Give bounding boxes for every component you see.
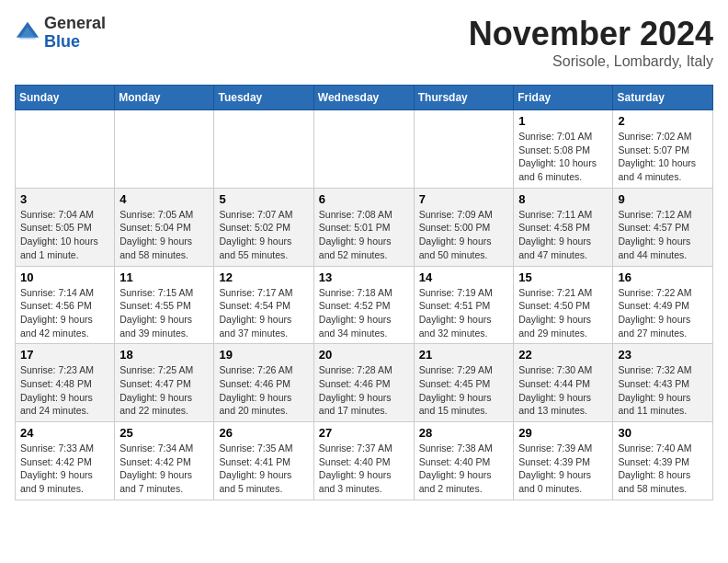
title-block: November 2024 Sorisole, Lombardy, Italy: [469, 15, 713, 70]
weekday-header-saturday: Saturday: [613, 86, 713, 110]
day-info: Sunrise: 7:25 AM Sunset: 4:47 PM Dayligh…: [119, 363, 209, 418]
calendar-cell: 21Sunrise: 7:29 AM Sunset: 4:45 PM Dayli…: [414, 344, 514, 422]
day-info: Sunrise: 7:38 AM Sunset: 4:40 PM Dayligh…: [419, 442, 509, 496]
day-number: 25: [119, 426, 209, 440]
day-info: Sunrise: 7:17 AM Sunset: 4:54 PM Dayligh…: [219, 286, 308, 340]
day-info: Sunrise: 7:29 AM Sunset: 4:45 PM Dayligh…: [419, 363, 509, 418]
calendar-cell: 13Sunrise: 7:18 AM Sunset: 4:52 PM Dayli…: [313, 266, 414, 344]
calendar-cell: 11Sunrise: 7:15 AM Sunset: 4:55 PM Dayli…: [115, 266, 214, 344]
week-row-1: 3Sunrise: 7:04 AM Sunset: 5:05 PM Daylig…: [16, 188, 713, 266]
day-number: 10: [20, 270, 109, 284]
day-info: Sunrise: 7:32 AM Sunset: 4:43 PM Dayligh…: [618, 363, 708, 418]
calendar-cell: 9Sunrise: 7:12 AM Sunset: 4:57 PM Daylig…: [613, 188, 713, 266]
calendar-cell: 5Sunrise: 7:07 AM Sunset: 5:02 PM Daylig…: [214, 188, 313, 266]
day-info: Sunrise: 7:40 AM Sunset: 4:39 PM Dayligh…: [618, 442, 708, 496]
day-info: Sunrise: 7:33 AM Sunset: 4:42 PM Dayligh…: [20, 442, 109, 496]
week-row-0: 1Sunrise: 7:01 AM Sunset: 5:08 PM Daylig…: [16, 110, 713, 189]
calendar-cell: 12Sunrise: 7:17 AM Sunset: 4:54 PM Dayli…: [214, 266, 313, 344]
location-subtitle: Sorisole, Lombardy, Italy: [469, 53, 713, 70]
day-number: 3: [20, 192, 109, 206]
day-number: 28: [419, 426, 509, 440]
calendar-cell: [313, 110, 414, 189]
calendar-cell: [214, 110, 313, 189]
day-info: Sunrise: 7:35 AM Sunset: 4:41 PM Dayligh…: [219, 442, 308, 496]
day-info: Sunrise: 7:01 AM Sunset: 5:08 PM Dayligh…: [518, 130, 608, 184]
calendar-cell: 1Sunrise: 7:01 AM Sunset: 5:08 PM Daylig…: [514, 110, 613, 189]
day-number: 13: [319, 270, 409, 284]
calendar-cell: 3Sunrise: 7:04 AM Sunset: 5:05 PM Daylig…: [16, 188, 115, 266]
calendar-cell: 18Sunrise: 7:25 AM Sunset: 4:47 PM Dayli…: [115, 344, 214, 422]
day-info: Sunrise: 7:18 AM Sunset: 4:52 PM Dayligh…: [319, 286, 409, 340]
calendar-cell: 20Sunrise: 7:28 AM Sunset: 4:46 PM Dayli…: [313, 344, 414, 422]
day-info: Sunrise: 7:04 AM Sunset: 5:05 PM Dayligh…: [20, 208, 109, 262]
weekday-header-wednesday: Wednesday: [313, 86, 414, 110]
day-info: Sunrise: 7:07 AM Sunset: 5:02 PM Dayligh…: [219, 208, 308, 262]
weekday-header-tuesday: Tuesday: [214, 86, 313, 110]
day-number: 7: [419, 192, 509, 206]
day-info: Sunrise: 7:08 AM Sunset: 5:01 PM Dayligh…: [319, 208, 409, 262]
weekday-header-friday: Friday: [514, 86, 613, 110]
calendar-cell: 14Sunrise: 7:19 AM Sunset: 4:51 PM Dayli…: [414, 266, 514, 344]
day-number: 15: [518, 270, 608, 284]
day-number: 19: [219, 348, 308, 362]
day-number: 8: [518, 192, 608, 206]
day-info: Sunrise: 7:12 AM Sunset: 4:57 PM Dayligh…: [618, 208, 708, 262]
month-title: November 2024: [469, 15, 713, 53]
day-number: 24: [20, 426, 109, 440]
day-number: 26: [219, 426, 308, 440]
calendar-cell: 27Sunrise: 7:37 AM Sunset: 4:40 PM Dayli…: [313, 422, 414, 500]
calendar-cell: 26Sunrise: 7:35 AM Sunset: 4:41 PM Dayli…: [214, 422, 313, 500]
page-header: General Blue November 2024 Sorisole, Lom…: [15, 15, 713, 70]
day-number: 20: [319, 348, 409, 362]
day-info: Sunrise: 7:21 AM Sunset: 4:50 PM Dayligh…: [518, 286, 608, 340]
day-info: Sunrise: 7:22 AM Sunset: 4:49 PM Dayligh…: [618, 286, 708, 340]
day-info: Sunrise: 7:37 AM Sunset: 4:40 PM Dayligh…: [319, 442, 409, 496]
logo: General Blue: [15, 15, 106, 52]
calendar-table: SundayMondayTuesdayWednesdayThursdayFrid…: [15, 85, 713, 500]
day-number: 27: [319, 426, 409, 440]
week-row-2: 10Sunrise: 7:14 AM Sunset: 4:56 PM Dayli…: [16, 266, 713, 344]
day-number: 2: [618, 114, 708, 128]
weekday-header-sunday: Sunday: [16, 86, 115, 110]
week-row-4: 24Sunrise: 7:33 AM Sunset: 4:42 PM Dayli…: [16, 422, 713, 500]
day-number: 18: [119, 348, 209, 362]
day-number: 6: [319, 192, 409, 206]
calendar-cell: [115, 110, 214, 189]
logo-icon: [15, 20, 40, 46]
day-info: Sunrise: 7:39 AM Sunset: 4:39 PM Dayligh…: [518, 442, 608, 496]
calendar-cell: [414, 110, 514, 189]
calendar-cell: 2Sunrise: 7:02 AM Sunset: 5:07 PM Daylig…: [613, 110, 713, 189]
week-row-3: 17Sunrise: 7:23 AM Sunset: 4:48 PM Dayli…: [16, 344, 713, 422]
day-info: Sunrise: 7:15 AM Sunset: 4:55 PM Dayligh…: [119, 286, 209, 340]
calendar-cell: 4Sunrise: 7:05 AM Sunset: 5:04 PM Daylig…: [115, 188, 214, 266]
calendar-cell: 22Sunrise: 7:30 AM Sunset: 4:44 PM Dayli…: [514, 344, 613, 422]
day-number: 4: [119, 192, 209, 206]
day-number: 21: [419, 348, 509, 362]
calendar-cell: 24Sunrise: 7:33 AM Sunset: 4:42 PM Dayli…: [16, 422, 115, 500]
calendar-cell: 29Sunrise: 7:39 AM Sunset: 4:39 PM Dayli…: [514, 422, 613, 500]
day-info: Sunrise: 7:02 AM Sunset: 5:07 PM Dayligh…: [618, 130, 708, 184]
calendar-cell: 16Sunrise: 7:22 AM Sunset: 4:49 PM Dayli…: [613, 266, 713, 344]
weekday-header-row: SundayMondayTuesdayWednesdayThursdayFrid…: [16, 86, 713, 110]
day-number: 16: [618, 270, 708, 284]
day-number: 30: [618, 426, 708, 440]
day-info: Sunrise: 7:05 AM Sunset: 5:04 PM Dayligh…: [119, 208, 209, 262]
calendar-cell: [16, 110, 115, 189]
day-number: 17: [20, 348, 109, 362]
day-info: Sunrise: 7:34 AM Sunset: 4:42 PM Dayligh…: [119, 442, 209, 496]
day-info: Sunrise: 7:11 AM Sunset: 4:58 PM Dayligh…: [518, 208, 608, 262]
day-number: 5: [219, 192, 308, 206]
day-number: 11: [119, 270, 209, 284]
calendar-cell: 19Sunrise: 7:26 AM Sunset: 4:46 PM Dayli…: [214, 344, 313, 422]
calendar-cell: 28Sunrise: 7:38 AM Sunset: 4:40 PM Dayli…: [414, 422, 514, 500]
day-info: Sunrise: 7:14 AM Sunset: 4:56 PM Dayligh…: [20, 286, 109, 340]
calendar-cell: 10Sunrise: 7:14 AM Sunset: 4:56 PM Dayli…: [16, 266, 115, 344]
calendar-cell: 7Sunrise: 7:09 AM Sunset: 5:00 PM Daylig…: [414, 188, 514, 266]
day-number: 9: [618, 192, 708, 206]
day-info: Sunrise: 7:23 AM Sunset: 4:48 PM Dayligh…: [20, 363, 109, 418]
calendar-cell: 15Sunrise: 7:21 AM Sunset: 4:50 PM Dayli…: [514, 266, 613, 344]
day-number: 23: [618, 348, 708, 362]
day-number: 22: [518, 348, 608, 362]
calendar-cell: 6Sunrise: 7:08 AM Sunset: 5:01 PM Daylig…: [313, 188, 414, 266]
day-number: 12: [219, 270, 308, 284]
